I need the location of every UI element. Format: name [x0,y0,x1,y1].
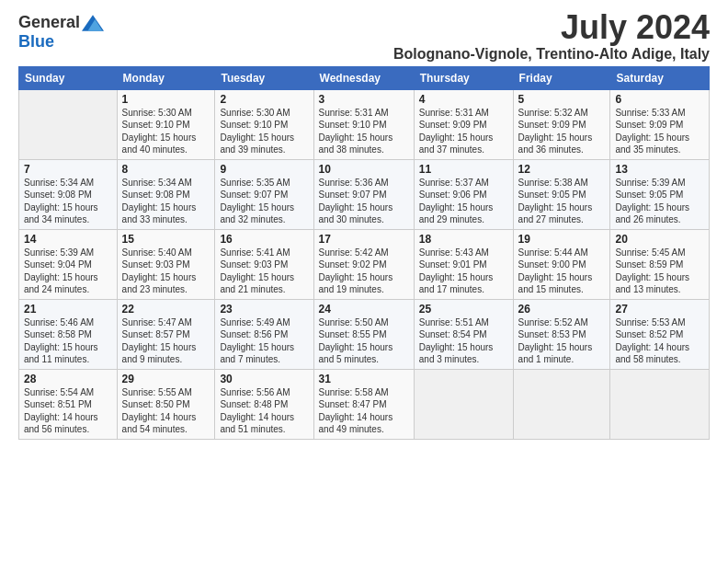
calendar-cell: 31Sunrise: 5:58 AMSunset: 8:47 PMDayligh… [313,369,414,439]
day-info: Sunrise: 5:44 AMSunset: 9:00 PMDaylight:… [518,247,606,296]
logo-general: General [18,13,80,32]
day-number: 21 [24,303,112,316]
day-number: 8 [122,163,210,176]
day-number: 10 [319,163,409,176]
day-number: 15 [122,233,210,246]
day-number: 22 [122,303,210,316]
day-info: Sunrise: 5:39 AMSunset: 9:05 PMDaylight:… [615,177,704,226]
day-info: Sunrise: 5:39 AMSunset: 9:04 PMDaylight:… [24,247,112,296]
day-info: Sunrise: 5:46 AMSunset: 8:58 PMDaylight:… [24,316,112,366]
day-info: Sunrise: 5:50 AMSunset: 8:55 PMDaylight:… [319,316,409,366]
header: General Blue July 2024 Bolognano-Vignole… [18,9,710,63]
logo-text: General [18,13,104,32]
day-number: 11 [419,163,508,176]
day-header-thursday: Thursday [414,66,513,89]
day-info: Sunrise: 5:42 AMSunset: 9:02 PMDaylight:… [319,247,409,296]
day-info: Sunrise: 5:49 AMSunset: 8:56 PMDaylight:… [220,316,308,366]
day-number: 18 [419,233,508,246]
calendar-cell: 14Sunrise: 5:39 AMSunset: 9:04 PMDayligh… [19,229,118,299]
calendar-cell: 17Sunrise: 5:42 AMSunset: 9:02 PMDayligh… [313,229,414,299]
day-number: 31 [319,373,409,385]
day-number: 12 [518,163,606,176]
calendar-cell: 10Sunrise: 5:36 AMSunset: 9:07 PMDayligh… [313,159,414,229]
calendar-cell: 5Sunrise: 5:32 AMSunset: 9:09 PMDaylight… [513,89,610,159]
day-number: 7 [24,163,112,176]
day-info: Sunrise: 5:30 AMSunset: 9:10 PMDaylight:… [122,107,210,156]
header-row: SundayMondayTuesdayWednesdayThursdayFrid… [19,66,710,89]
day-info: Sunrise: 5:31 AMSunset: 9:09 PMDaylight:… [419,107,508,156]
day-number: 6 [615,93,704,106]
day-number: 4 [419,93,508,106]
calendar-cell [19,89,118,159]
day-number: 9 [220,163,308,176]
day-header-monday: Monday [117,66,215,89]
day-info: Sunrise: 5:40 AMSunset: 9:03 PMDaylight:… [122,247,210,296]
calendar-cell: 4Sunrise: 5:31 AMSunset: 9:09 PMDaylight… [414,89,513,159]
day-number: 14 [24,233,112,246]
day-info: Sunrise: 5:51 AMSunset: 8:54 PMDaylight:… [419,316,508,366]
day-info: Sunrise: 5:31 AMSunset: 9:10 PMDaylight:… [319,107,409,156]
week-row-3: 14Sunrise: 5:39 AMSunset: 9:04 PMDayligh… [19,229,710,299]
day-header-sunday: Sunday [19,66,118,89]
day-number: 2 [220,93,308,106]
calendar-cell: 3Sunrise: 5:31 AMSunset: 9:10 PMDaylight… [313,89,414,159]
calendar-cell [414,369,513,439]
day-info: Sunrise: 5:43 AMSunset: 9:01 PMDaylight:… [419,247,508,296]
calendar-cell: 11Sunrise: 5:37 AMSunset: 9:06 PMDayligh… [414,159,513,229]
day-info: Sunrise: 5:30 AMSunset: 9:10 PMDaylight:… [220,107,308,156]
calendar-cell [610,369,710,439]
day-info: Sunrise: 5:54 AMSunset: 8:51 PMDaylight:… [24,386,112,436]
day-number: 3 [319,93,409,106]
week-row-1: 1Sunrise: 5:30 AMSunset: 9:10 PMDaylight… [19,89,710,159]
calendar-table: SundayMondayTuesdayWednesdayThursdayFrid… [18,66,710,440]
calendar-cell: 2Sunrise: 5:30 AMSunset: 9:10 PMDaylight… [215,89,313,159]
day-info: Sunrise: 5:34 AMSunset: 9:08 PMDaylight:… [122,177,210,226]
calendar-cell: 28Sunrise: 5:54 AMSunset: 8:51 PMDayligh… [19,369,118,439]
calendar-cell: 6Sunrise: 5:33 AMSunset: 9:09 PMDaylight… [610,89,710,159]
calendar-cell: 13Sunrise: 5:39 AMSunset: 9:05 PMDayligh… [610,159,710,229]
day-info: Sunrise: 5:33 AMSunset: 9:09 PMDaylight:… [615,107,704,156]
day-number: 24 [319,303,409,316]
day-number: 29 [122,373,210,385]
calendar-cell: 29Sunrise: 5:55 AMSunset: 8:50 PMDayligh… [117,369,215,439]
day-info: Sunrise: 5:32 AMSunset: 9:09 PMDaylight:… [518,107,606,156]
week-row-4: 21Sunrise: 5:46 AMSunset: 8:58 PMDayligh… [19,299,710,369]
calendar-cell: 23Sunrise: 5:49 AMSunset: 8:56 PMDayligh… [215,299,313,369]
day-number: 19 [518,233,606,246]
calendar-cell: 27Sunrise: 5:53 AMSunset: 8:52 PMDayligh… [610,299,710,369]
day-info: Sunrise: 5:37 AMSunset: 9:06 PMDaylight:… [419,177,508,226]
page: General Blue July 2024 Bolognano-Vignole… [0,0,728,449]
calendar-cell: 26Sunrise: 5:52 AMSunset: 8:53 PMDayligh… [513,299,610,369]
calendar-cell: 15Sunrise: 5:40 AMSunset: 9:03 PMDayligh… [117,229,215,299]
calendar-cell: 19Sunrise: 5:44 AMSunset: 9:00 PMDayligh… [513,229,610,299]
calendar-cell [513,369,610,439]
day-number: 25 [419,303,508,316]
calendar-cell: 9Sunrise: 5:35 AMSunset: 9:07 PMDaylight… [215,159,313,229]
day-number: 5 [518,93,606,106]
day-number: 13 [615,163,704,176]
calendar-cell: 25Sunrise: 5:51 AMSunset: 8:54 PMDayligh… [414,299,513,369]
week-row-5: 28Sunrise: 5:54 AMSunset: 8:51 PMDayligh… [19,369,710,439]
calendar-cell: 21Sunrise: 5:46 AMSunset: 8:58 PMDayligh… [19,299,118,369]
day-number: 27 [615,303,704,316]
calendar-cell: 20Sunrise: 5:45 AMSunset: 8:59 PMDayligh… [610,229,710,299]
day-info: Sunrise: 5:45 AMSunset: 8:59 PMDaylight:… [615,247,704,296]
day-info: Sunrise: 5:34 AMSunset: 9:08 PMDaylight:… [24,177,112,226]
day-info: Sunrise: 5:52 AMSunset: 8:53 PMDaylight:… [518,316,606,366]
day-number: 20 [615,233,704,246]
calendar-cell: 7Sunrise: 5:34 AMSunset: 9:08 PMDaylight… [19,159,118,229]
calendar-cell: 30Sunrise: 5:56 AMSunset: 8:48 PMDayligh… [215,369,313,439]
day-info: Sunrise: 5:36 AMSunset: 9:07 PMDaylight:… [319,177,409,226]
calendar-cell: 22Sunrise: 5:47 AMSunset: 8:57 PMDayligh… [117,299,215,369]
logo: General Blue [18,13,104,52]
calendar-cell: 24Sunrise: 5:50 AMSunset: 8:55 PMDayligh… [313,299,414,369]
day-number: 26 [518,303,606,316]
day-number: 30 [220,373,308,385]
day-info: Sunrise: 5:56 AMSunset: 8:48 PMDaylight:… [220,386,308,436]
day-info: Sunrise: 5:35 AMSunset: 9:07 PMDaylight:… [220,177,308,226]
day-number: 23 [220,303,308,316]
logo-blue: Blue [18,32,54,52]
calendar-cell: 12Sunrise: 5:38 AMSunset: 9:05 PMDayligh… [513,159,610,229]
day-header-wednesday: Wednesday [313,66,414,89]
day-header-friday: Friday [513,66,610,89]
